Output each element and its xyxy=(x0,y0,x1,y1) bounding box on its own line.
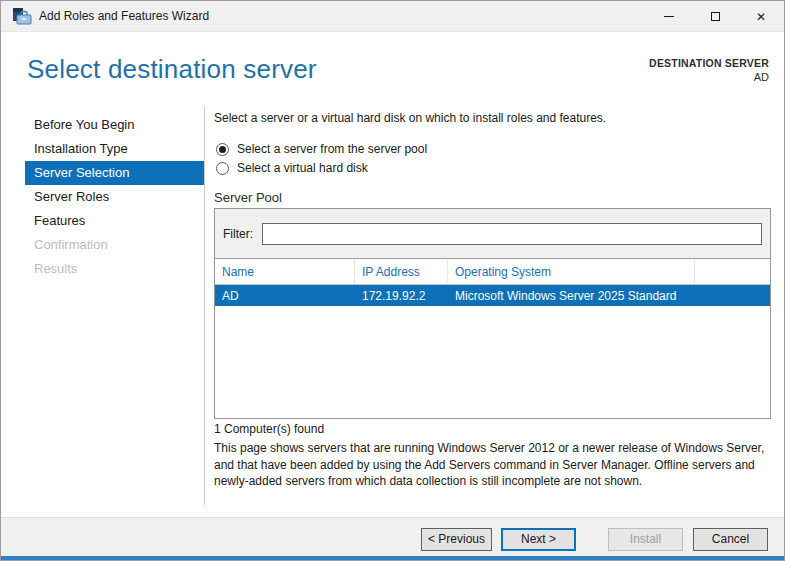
page-title: Select destination server xyxy=(27,54,317,85)
destination-server-label: DESTINATION SERVER xyxy=(649,57,769,69)
server-pool-box: Filter: Name IP Address Operating System… xyxy=(214,208,771,419)
sidebar-item-confirmation: Confirmation xyxy=(25,233,204,257)
column-header-name[interactable]: Name xyxy=(215,259,355,284)
column-header-empty xyxy=(695,259,770,284)
radio-selected-icon xyxy=(216,143,229,156)
sidebar-item-server-roles[interactable]: Server Roles xyxy=(25,185,204,209)
sidebar-item-server-selection[interactable]: Server Selection xyxy=(25,161,204,185)
minimize-button[interactable] xyxy=(646,1,692,32)
maximize-icon xyxy=(711,12,720,21)
bottom-accent-bar xyxy=(1,556,784,560)
server-table-header: Name IP Address Operating System xyxy=(215,259,770,285)
window-controls: ✕ xyxy=(646,1,784,32)
cell-empty xyxy=(695,285,770,306)
previous-button[interactable]: < Previous xyxy=(421,528,492,551)
close-icon: ✕ xyxy=(756,11,766,23)
maximize-button[interactable] xyxy=(692,1,738,32)
sidebar-divider xyxy=(204,106,205,505)
install-button: Install xyxy=(608,528,683,551)
window-title: Add Roles and Features Wizard xyxy=(39,9,209,23)
wizard-footer: < Previous Next > Install Cancel xyxy=(1,517,784,558)
filter-row: Filter: xyxy=(215,209,770,259)
server-manager-wizard-icon xyxy=(12,6,32,26)
column-header-ip-address[interactable]: IP Address xyxy=(355,259,448,284)
filter-input[interactable] xyxy=(262,223,762,245)
column-header-operating-system[interactable]: Operating System xyxy=(448,259,695,284)
destination-server-value: AD xyxy=(649,71,769,83)
server-pool-title: Server Pool xyxy=(214,190,282,205)
page-description-intro: Select a server or a virtual hard disk o… xyxy=(214,111,606,125)
radio-label: Select a server from the server pool xyxy=(237,142,427,156)
next-button[interactable]: Next > xyxy=(501,528,576,551)
destination-server-block: DESTINATION SERVER AD xyxy=(649,57,769,83)
page-description-footer: This page shows servers that are running… xyxy=(214,440,772,490)
radio-select-server-pool[interactable]: Select a server from the server pool xyxy=(216,141,427,157)
sidebar-item-before-you-begin[interactable]: Before You Begin xyxy=(25,113,204,137)
radio-label: Select a virtual hard disk xyxy=(237,161,368,175)
computers-found-text: 1 Computer(s) found xyxy=(214,422,324,436)
cell-name: AD xyxy=(215,285,355,306)
sidebar-item-results: Results xyxy=(25,257,204,281)
radio-unselected-icon xyxy=(216,162,229,175)
close-button[interactable]: ✕ xyxy=(738,1,784,32)
radio-select-vhd[interactable]: Select a virtual hard disk xyxy=(216,160,368,176)
sidebar-item-installation-type[interactable]: Installation Type xyxy=(25,137,204,161)
cell-ip-address: 172.19.92.2 xyxy=(355,285,448,306)
minimize-icon xyxy=(664,16,674,17)
cancel-button[interactable]: Cancel xyxy=(693,528,768,551)
wizard-steps-nav: Before You Begin Installation Type Serve… xyxy=(25,113,204,281)
table-row-server-ad[interactable]: AD 172.19.92.2 Microsoft Windows Server … xyxy=(215,285,770,306)
filter-label: Filter: xyxy=(223,227,253,241)
titlebar[interactable]: Add Roles and Features Wizard ✕ xyxy=(1,1,784,32)
cell-operating-system: Microsoft Windows Server 2025 Standard xyxy=(448,285,695,306)
add-roles-wizard-window: Add Roles and Features Wizard ✕ Select d… xyxy=(0,0,785,561)
sidebar-item-features[interactable]: Features xyxy=(25,209,204,233)
